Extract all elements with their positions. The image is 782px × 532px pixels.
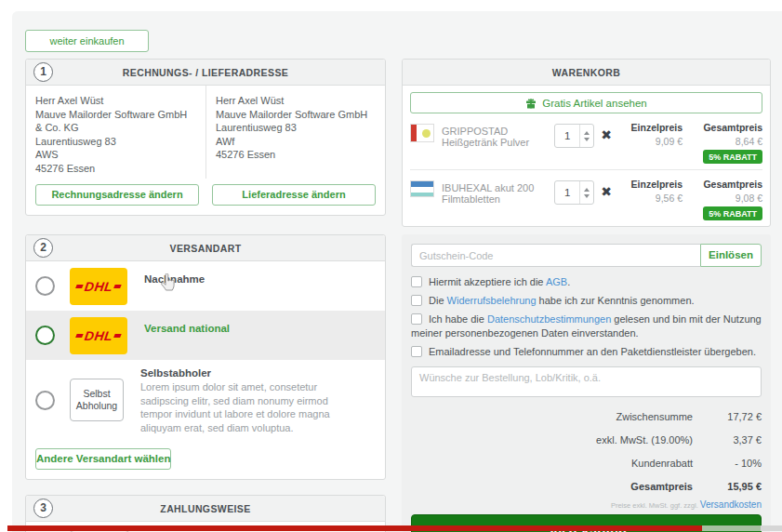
spinner-up-icon[interactable] xyxy=(584,188,590,192)
checkbox-row-email-paket[interactable]: Emailadresse und Telefonnummer an den Pa… xyxy=(411,345,762,359)
product-name: GRIPPOSTAD Heißgetränk Pulver xyxy=(442,126,554,148)
checkbox-label: habe ich zur Kenntnis genommen. xyxy=(537,295,695,306)
spinner-down-icon[interactable] xyxy=(584,194,590,198)
product-image xyxy=(410,180,434,197)
total-row: Zwischensumme 17,72 € xyxy=(411,405,762,428)
cart-item: GRIPPOSTAD Heißgetränk Pulver 1 ✖ Einzel… xyxy=(410,113,762,169)
checkbox[interactable] xyxy=(411,313,422,325)
checkbox[interactable] xyxy=(411,276,422,287)
gift-icon xyxy=(525,98,537,109)
total-label: Gesamtpreis xyxy=(411,481,693,492)
datenschutz-link[interactable]: Datenschutzbestimmungen xyxy=(487,313,611,325)
change-billing-address-button[interactable]: Rechnungsadresse ändern xyxy=(35,184,199,206)
continue-shopping-button[interactable]: weiter einkaufen xyxy=(25,30,149,52)
unit-price-value: 9,56 € xyxy=(621,193,683,204)
total-label: Kundenrabatt xyxy=(411,458,693,469)
quantity-value[interactable]: 1 xyxy=(555,125,579,147)
shipping-costs-link[interactable]: Versandkosten xyxy=(700,499,762,510)
dhl-logo: DHL xyxy=(70,268,127,305)
shipping-option-label: Versand national xyxy=(144,316,230,334)
agb-link[interactable]: AGB xyxy=(546,276,567,287)
shipping-option-versand-national[interactable]: DHL Versand national xyxy=(26,311,385,360)
progress-played-segment xyxy=(7,525,702,531)
redeem-voucher-button[interactable]: Einlösen xyxy=(700,244,762,267)
dhl-logo: DHL xyxy=(70,317,127,354)
quantity-stepper[interactable]: 1 xyxy=(554,124,594,148)
unit-price-label: Einzelpreis xyxy=(621,122,683,133)
billing-line: Herr Axel Wüst xyxy=(35,94,196,108)
billing-address: Herr Axel Wüst Mauve Mailorder Software … xyxy=(26,86,205,179)
checkbox-row-widerruf[interactable]: Die Widerrufsbelehrung habe ich zur Kenn… xyxy=(411,294,762,308)
remove-item-icon[interactable]: ✖ xyxy=(601,127,612,142)
dhl-dash-icon xyxy=(75,334,83,338)
payment-section-header: 3 ZAHLUNGSWEISE xyxy=(26,496,385,522)
cart-title: WARENKORB xyxy=(552,67,621,78)
quantity-stepper[interactable]: 1 xyxy=(554,180,594,205)
billing-line: Laurentiusweg 83 xyxy=(35,135,196,149)
change-shipping-address-button[interactable]: Lieferadresse ändern xyxy=(212,184,376,206)
unit-price-value: 9,09 € xyxy=(621,136,683,147)
total-value: 17,72 € xyxy=(693,411,762,422)
shipping-section-title: VERSANDART xyxy=(170,243,242,254)
cart-section: WARENKORB Gratis Artikel ansehen GRIPPOS… xyxy=(402,59,771,227)
billing-line: 45276 Essen xyxy=(35,162,196,176)
cart-item: IBUHEXAL akut 200 Filmtabletten 1 ✖ Einz… xyxy=(410,169,762,226)
shipping-option-nachnahme[interactable]: DHL Nachnahme xyxy=(26,261,385,311)
widerruf-link[interactable]: Widerrufsbelehrung xyxy=(447,295,537,306)
spinner-up-icon[interactable] xyxy=(584,131,590,135)
checkbox-row-datenschutz[interactable]: Ich habe die Datenschutzbestimmungen gel… xyxy=(411,313,762,340)
shipping-option-label: Selbstabholer xyxy=(140,367,345,379)
shipping-section-header: 2 VERSANDART xyxy=(26,235,385,261)
shipping-method-section: 2 VERSANDART DHL Nachnahme DHL xyxy=(25,234,386,480)
section-number-2: 2 xyxy=(33,238,53,258)
section-number-1: 1 xyxy=(33,62,53,82)
checkbox-label: Ich habe die xyxy=(429,313,487,325)
discount-badge: 5% RABATT xyxy=(703,206,762,220)
radio-versand-national[interactable] xyxy=(35,326,55,345)
price-footnote: Preise exkl. MwSt. ggf. zzgl. Versandkos… xyxy=(411,499,762,510)
change-shipping-method-button[interactable]: Andere Versandart wählen xyxy=(35,448,171,470)
address-section-header: 1 RECHNUNGS- / LIEFERADRESSE xyxy=(26,60,385,86)
shipping-line: Herr Axel Wüst xyxy=(216,94,376,108)
section-number-3: 3 xyxy=(33,499,53,518)
shipping-line: 45276 Essen xyxy=(216,148,376,162)
free-items-button[interactable]: Gratis Artikel ansehen xyxy=(410,92,762,113)
spinner-down-icon[interactable] xyxy=(584,138,590,141)
shipping-option-selbstabholer[interactable]: Selbst Abholung Selbstabholer Lorem ipsu… xyxy=(26,360,385,440)
cursor-pointer-icon xyxy=(160,273,176,296)
radio-nachnahme[interactable] xyxy=(35,276,55,296)
shipping-line: Mauve Mailorder Software GmbH xyxy=(216,108,376,122)
page-background: weiter einkaufen 1 RECHNUNGS- / LIEFERAD… xyxy=(12,11,782,532)
dhl-logo-text: DHL xyxy=(84,328,114,343)
quantity-value[interactable]: 1 xyxy=(555,181,579,204)
total-label: exkl. MwSt. (19.00%) xyxy=(411,434,693,446)
total-price-value: 8,64 € xyxy=(692,136,762,147)
shipping-line: AWf xyxy=(216,135,376,149)
total-label: Zwischensumme xyxy=(411,411,693,422)
address-section: 1 RECHNUNGS- / LIEFERADRESSE Herr Axel W… xyxy=(25,59,386,216)
grand-total-row: Gesamtpreis 15,95 € xyxy=(411,474,762,498)
payment-section-title: ZAHLUNGSWEISE xyxy=(160,503,250,514)
dhl-dash-icon xyxy=(113,334,121,338)
billing-line: AWS xyxy=(35,148,196,162)
dhl-dash-icon xyxy=(113,285,121,288)
checkbox-row-agb[interactable]: Hiermit akzeptiere ich die AGB. xyxy=(411,275,762,289)
dhl-logo-text: DHL xyxy=(84,279,114,294)
billing-line: Mauve Mailorder Software GmbH & Co. KG xyxy=(35,108,196,135)
progress-buffered-segment xyxy=(702,525,761,531)
total-value: 15,95 € xyxy=(693,481,762,492)
checkbox[interactable] xyxy=(411,295,422,306)
total-row: exkl. MwSt. (19.00%) 3,37 € xyxy=(411,428,762,451)
shipping-option-description: Lorem ipsum dolor sit amet, consetetur s… xyxy=(140,380,345,434)
video-progress-bar[interactable] xyxy=(7,525,782,531)
checkbox[interactable] xyxy=(411,346,422,357)
total-price-value: 9,08 € xyxy=(692,193,762,204)
radio-selbstabholer[interactable] xyxy=(35,391,55,410)
shipping-line: Laurentiusweg 83 xyxy=(216,121,376,135)
right-column: WARENKORB Gratis Artikel ansehen GRIPPOS… xyxy=(402,59,771,532)
voucher-code-input[interactable] xyxy=(411,244,700,267)
checkout-panel: Einlösen Hiermit akzeptiere ich die AGB.… xyxy=(402,234,771,532)
checkbox-label: Emailadresse und Telefonnummer an den Pa… xyxy=(429,346,756,357)
remove-item-icon[interactable]: ✖ xyxy=(601,184,612,199)
order-comment-textarea[interactable] xyxy=(411,366,762,397)
